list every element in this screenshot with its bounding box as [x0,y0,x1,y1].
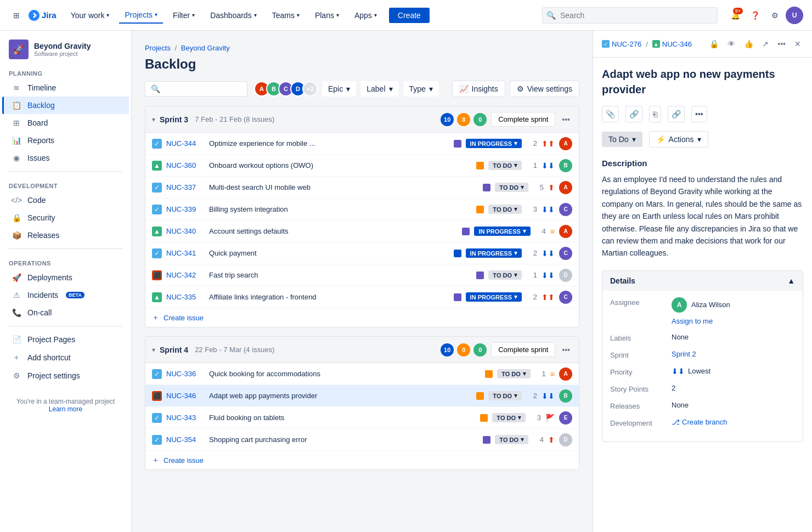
issue-tag [476,206,484,213]
sidebar-item-issues[interactable]: ◉ Issues [2,149,129,167]
settings-button[interactable]: ⚙ [766,7,783,24]
close-icon[interactable]: ✕ [792,37,803,50]
sidebar-item-incidents[interactable]: ⚠ Incidents BETA [2,286,129,304]
issue-row[interactable]: ✓ NUC-341 Quick payment IN PROGRESS ▾ 2 … [145,242,579,264]
status-badge[interactable]: IN PROGRESS ▾ [474,227,530,236]
teams-nav[interactable]: Teams ▾ [267,8,305,23]
search-input[interactable] [542,7,718,24]
sprint-3-menu[interactable]: ••• [560,113,572,126]
actions-button[interactable]: ⚡ Actions ▾ [649,131,708,148]
backlog-search-input[interactable] [165,84,241,93]
status-badge[interactable]: TO DO ▾ [488,161,522,170]
filter-nav[interactable]: Filter ▾ [167,8,200,23]
status-badge[interactable]: TO DO ▾ [488,270,522,280]
sprint-4-menu[interactable]: ••• [560,343,572,356]
jira-logo[interactable]: Jira [29,10,57,21]
status-dropdown[interactable]: To Do ▾ [602,132,642,147]
complete-sprint-4-button[interactable]: Complete sprint [491,342,555,357]
main-content: Projects / Beyond Gravity Backlog 🔍 A B … [132,31,812,532]
status-badge[interactable]: TO DO ▾ [495,183,528,192]
issue-row[interactable]: ▲ NUC-335 Affiliate links integration - … [145,286,579,308]
status-badge[interactable]: TO DO ▾ [495,435,528,444]
copy-link-icon[interactable]: 🔗 [668,106,685,122]
help-button[interactable]: ❓ [746,7,764,24]
sidebar-item-on-call[interactable]: 📞 On-call [2,304,129,321]
sidebar-item-reports[interactable]: 📊 Reports [2,132,129,149]
timeline-icon: ≋ [11,83,22,92]
sidebar-item-releases[interactable]: 📦 Releases [2,227,129,244]
issue-row[interactable]: ✓ NUC-343 Fluid booking on tablets TO DO… [145,407,579,429]
issue-row[interactable]: ▲ NUC-340 Account settings defaults IN P… [145,220,579,242]
issue-row[interactable]: ✓ NUC-337 Multi-dest search UI mobile we… [145,177,579,199]
create-issue-sprint4[interactable]: ＋ Create issue [145,451,579,469]
sprint-4-toggle[interactable]: ▾ [152,346,155,354]
issue-row[interactable]: ✓ NUC-336 Quick booking for accommodatio… [145,363,579,385]
status-badge[interactable]: IN PROGRESS ▾ [466,292,522,302]
type-filter[interactable]: Type ▾ [403,81,439,97]
lock-icon[interactable]: 🔒 [707,37,721,50]
label-filter[interactable]: Label ▾ [360,81,398,97]
sidebar-item-project-pages[interactable]: 📄 Project Pages [2,331,129,348]
epic-filter[interactable]: Epic ▾ [322,81,356,97]
breadcrumb-project[interactable]: Beyond Gravity [181,44,230,52]
status-badge[interactable]: TO DO ▾ [492,413,526,422]
watch-icon[interactable]: 👁 [725,37,737,50]
view-settings-button[interactable]: ⚙ View settings [510,81,579,97]
sprint-value[interactable]: Sprint 2 [672,350,795,358]
issue-tag [462,228,470,235]
child-issues-icon[interactable]: 🔗 [625,106,642,122]
sprint-3-toggle[interactable]: ▾ [152,116,155,123]
details-card-header[interactable]: Details ▲ [602,271,803,291]
insights-button[interactable]: 📈 Insights [452,81,505,97]
detail-bc-parent[interactable]: ✓ NUC-276 [602,40,641,48]
issue-row[interactable]: ⬛ NUC-342 Fast trip search TO DO ▾ 1 ⬇⬇ … [145,264,579,286]
apps-grid-icon[interactable]: ⊞ [9,8,24,23]
notifications-button[interactable]: 🔔 9+ [726,7,744,24]
sidebar-item-backlog[interactable]: 📋 Backlog [2,97,129,114]
share-icon[interactable]: ↗ [760,37,771,50]
create-branch-link[interactable]: ⎇ Create branch [672,418,727,426]
issue-tag [476,392,484,400]
plans-nav[interactable]: Plans ▾ [309,8,345,23]
issue-row[interactable]: ▲ NUC-360 Onboard workout options (OWO) … [145,155,579,177]
sidebar-item-project-settings[interactable]: ⚙ Project settings [2,367,129,384]
sidebar-item-board[interactable]: ⊞ Board [2,114,129,132]
issue-row[interactable]: ✓ NUC-354 Shopping cart purchasing error… [145,429,579,451]
issue-row[interactable]: ⬛ NUC-346 Adapt web app payments provide… [145,385,579,407]
create-issue-sprint3[interactable]: ＋ Create issue [145,308,579,327]
sprint-4-header: ▾ Sprint 4 22 Feb - 7 Mar (4 issues) 10 … [145,337,579,363]
user-avatar[interactable]: U [786,7,803,24]
status-badge[interactable]: IN PROGRESS ▾ [466,139,522,148]
breadcrumb-projects[interactable]: Projects [145,44,171,52]
issue-row[interactable]: ✓ NUC-339 Billing system integration TO … [145,199,579,220]
status-badge[interactable]: TO DO ▾ [488,391,522,400]
more-actions-icon[interactable]: ••• [691,106,707,122]
avatar-more[interactable]: +3 [302,81,318,97]
status-badge[interactable]: IN PROGRESS ▾ [466,248,522,258]
sidebar-item-code[interactable]: </> Code [2,191,129,209]
projects-nav[interactable]: Projects ▾ [119,7,163,24]
learn-more-link[interactable]: Learn more [49,405,82,413]
apps-nav[interactable]: Apps ▾ [349,8,382,23]
your-work-nav[interactable]: Your work ▾ [65,8,115,23]
create-button[interactable]: Create [389,8,430,23]
issue-row[interactable]: ✓ NUC-344 Optimize experience for mobile… [145,133,579,155]
priority-icon: ⬇⬇ [542,205,555,214]
more-icon[interactable]: ••• [775,37,788,50]
link-icon[interactable]: ⎗ [649,106,661,122]
code-icon: </> [11,196,22,205]
detail-bc-current[interactable]: ▲ NUC-346 [652,40,692,48]
sidebar-item-deployments[interactable]: 🚀 Deployments [2,269,129,286]
complete-sprint-3-button[interactable]: Complete sprint [491,112,555,127]
attach-icon[interactable]: 📎 [602,106,619,122]
sidebar-item-timeline[interactable]: ≋ Timeline [2,79,129,97]
top-icons: 🔔 9+ ❓ ⚙ U [726,7,803,24]
sidebar-item-add-shortcut[interactable]: ＋ Add shortcut [2,348,129,367]
status-badge[interactable]: TO DO ▾ [488,205,522,214]
branch-icon: ⎇ [672,418,680,426]
sidebar-item-security[interactable]: 🔒 Security [2,209,129,227]
status-badge[interactable]: TO DO ▾ [497,369,531,378]
thumbsup-icon[interactable]: 👍 [742,37,755,50]
assign-to-me-link[interactable]: Assign to me [672,317,713,325]
dashboards-nav[interactable]: Dashboards ▾ [205,8,262,23]
